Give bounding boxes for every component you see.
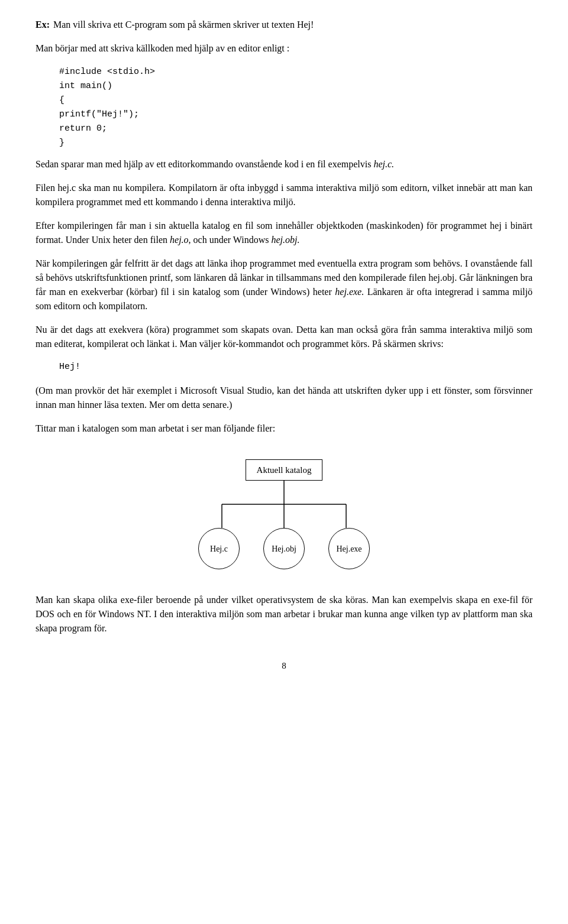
page-content: Ex: Man vill skriva ett C-program som på… [36, 18, 532, 673]
hej-output: Hej! [59, 361, 532, 374]
ex-intro-row: Ex: Man vill skriva ett C-program som på… [36, 18, 532, 32]
code-line-2: int main() [59, 79, 532, 93]
code-line-3: { [59, 93, 532, 108]
paragraph-9: Man kan skapa olika exe-filer beroende p… [36, 593, 532, 636]
tree-leaf-hej-obj: Hej.obj [263, 528, 305, 569]
code-line-1: #include <stdio.h> [59, 65, 532, 79]
para5-italic: hej.exe. [335, 287, 364, 297]
paragraph-1: Man börjar med att skriva källkoden med … [36, 41, 532, 56]
paragraph-7: (Om man provkör det här exemplet i Micro… [36, 384, 532, 412]
paragraph-8: Tittar man i katalogen som man arbetat i… [36, 422, 532, 436]
para4-mid: , och under Windows [189, 235, 272, 245]
paragraph-4: Efter kompileringen får man i sin aktuel… [36, 219, 532, 247]
para4-italic2: hej.obj. [272, 235, 300, 245]
paragraph-5: När kompileringen går felfritt är det da… [36, 257, 532, 313]
tree-leaf-hej-c: Hej.c [198, 528, 240, 569]
intro-text: Man vill skriva ett C-program som på skä… [53, 18, 314, 32]
code-line-5: return 0; [59, 122, 532, 136]
page-number: 8 [36, 659, 532, 673]
code-block: #include <stdio.h> int main() { printf("… [59, 65, 532, 150]
tree-diagram: Aktuell katalog Hej.c Hej.obj Hej.exe [36, 459, 532, 570]
paragraph-2: Sedan sparar man med hjälp av ett editor… [36, 157, 532, 171]
tree-leaves-row: Hej.c Hej.obj Hej.exe [198, 528, 370, 569]
para2-italic: hej.c. [373, 159, 394, 169]
tree-leaf-hej-exe: Hej.exe [328, 528, 370, 569]
paragraph-6: Nu är det dags att exekvera (köra) progr… [36, 323, 532, 351]
tree-connector-lines [189, 481, 379, 528]
para2-text: Sedan sparar man med hjälp av ett editor… [36, 159, 373, 169]
tree-root-node: Aktuell katalog [246, 459, 323, 481]
code-line-4: printf("Hej!"); [59, 108, 532, 122]
para4-italic1: hej.o [170, 235, 189, 245]
paragraph-3: Filen hej.c ska man nu kompilera. Kompil… [36, 181, 532, 209]
ex-label: Ex: [36, 18, 53, 32]
code-line-6: } [59, 136, 532, 150]
